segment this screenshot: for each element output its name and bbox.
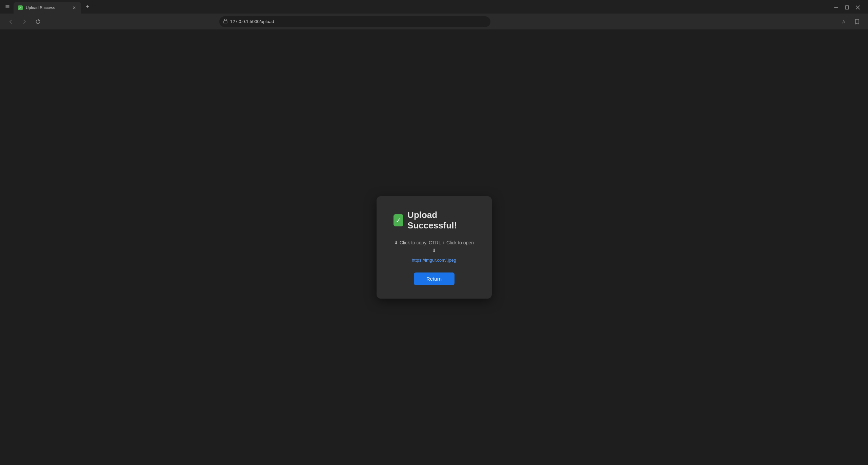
new-tab-button[interactable]: + <box>83 2 92 12</box>
success-card: ✓ Upload Successful! ⬇ Click to copy, CT… <box>377 196 492 298</box>
card-header: ✓ Upload Successful! <box>393 210 475 231</box>
back-button[interactable] <box>5 16 16 27</box>
url-text: 127.0.0.1:5000/upload <box>230 19 486 24</box>
return-button[interactable]: Return <box>414 272 455 285</box>
window-controls <box>831 3 863 12</box>
browser-chrome: ✓ Upload Success ✕ + <box>0 0 868 30</box>
url-bar[interactable]: 127.0.0.1:5000/upload <box>219 16 490 27</box>
success-check-icon: ✓ <box>393 214 404 226</box>
tab-list-button[interactable] <box>3 2 12 12</box>
minimize-button[interactable] <box>831 3 841 12</box>
svg-rect-0 <box>834 7 838 8</box>
svg-text:A: A <box>842 19 845 24</box>
security-icon <box>223 19 227 24</box>
instruction-text: ⬇ Click to copy, CTRL + Click to open ⬇ <box>393 239 475 254</box>
svg-rect-2 <box>224 21 227 23</box>
link-instruction: ⬇ Click to copy, CTRL + Click to open ⬇ <box>393 239 475 254</box>
link-section: ⬇ Click to copy, CTRL + Click to open ⬇ … <box>393 239 475 264</box>
page-content: ✓ Upload Successful! ⬇ Click to copy, CT… <box>0 30 868 465</box>
bookmark-button[interactable] <box>852 16 863 27</box>
maximize-button[interactable] <box>842 3 852 12</box>
close-button[interactable] <box>853 3 863 12</box>
imgur-link[interactable]: https://imgur.com/.jpeg <box>412 258 456 263</box>
address-bar: 127.0.0.1:5000/upload A <box>0 14 868 30</box>
tab-favicon: ✓ <box>18 5 23 11</box>
favicon-checkmark-icon: ✓ <box>18 5 23 10</box>
svg-rect-1 <box>845 6 849 9</box>
success-title: Upload Successful! <box>407 210 475 231</box>
tab-bar: ✓ Upload Success ✕ + <box>0 0 868 14</box>
tab-title: Upload Success <box>26 5 68 10</box>
forward-button[interactable] <box>19 16 30 27</box>
browser-actions: A <box>840 16 863 27</box>
reload-button[interactable] <box>33 16 43 27</box>
active-tab[interactable]: ✓ Upload Success ✕ <box>14 2 81 14</box>
tab-close-button[interactable]: ✕ <box>71 5 77 11</box>
translate-button[interactable]: A <box>840 16 850 27</box>
